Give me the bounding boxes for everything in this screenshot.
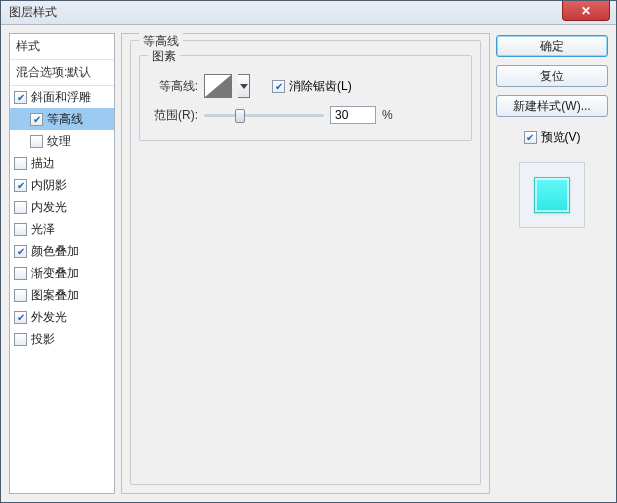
checkbox-icon[interactable]: ✔ [14,179,27,192]
preview-swatch [534,177,570,213]
checkbox-icon[interactable]: ✔ [14,91,27,104]
style-item-label: 投影 [31,331,55,348]
fieldset-elements: 图素 等高线: ✔ 消除锯齿(L) [139,55,472,141]
client-area: 样式 混合选项:默认 ✔斜面和浮雕✔等高线纹理描边✔内阴影内发光光泽✔颜色叠加渐… [1,25,616,502]
checkbox-icon[interactable] [30,135,43,148]
preview-label: 预览(V) [541,129,581,146]
range-slider[interactable] [204,114,324,117]
right-panel: 确定 复位 新建样式(W)... ✔ 预览(V) [496,33,608,494]
range-label: 范围(R): [150,107,198,124]
checkbox-icon[interactable] [14,333,27,346]
style-item-label: 光泽 [31,221,55,238]
checkbox-icon: ✔ [272,80,285,93]
contour-shape-icon [205,75,231,97]
range-input[interactable] [330,106,376,124]
ok-button[interactable]: 确定 [496,35,608,57]
main-panel: 等高线 图素 等高线: ✔ 消除锯齿(L) [121,33,490,494]
style-item[interactable]: 内发光 [10,196,114,218]
style-item[interactable]: 渐变叠加 [10,262,114,284]
contour-dropdown-button[interactable] [238,74,250,98]
style-item-label: 外发光 [31,309,67,326]
close-button[interactable]: ✕ [562,1,610,21]
style-item-label: 图案叠加 [31,287,79,304]
window-title: 图层样式 [1,4,57,21]
fieldset-elements-label: 图素 [148,48,180,65]
reset-button[interactable]: 复位 [496,65,608,87]
style-item-label: 纹理 [47,133,71,150]
close-icon: ✕ [581,4,591,18]
contour-picker[interactable] [204,74,232,98]
style-item[interactable]: ✔颜色叠加 [10,240,114,262]
range-unit: % [382,108,393,122]
fieldset-contour: 等高线 图素 等高线: ✔ 消除锯齿(L) [130,40,481,485]
title-buttons: ✕ [562,1,616,24]
checkbox-icon[interactable]: ✔ [30,113,43,126]
titlebar: 图层样式 ✕ [1,1,616,25]
styles-list: ✔斜面和浮雕✔等高线纹理描边✔内阴影内发光光泽✔颜色叠加渐变叠加图案叠加✔外发光… [10,86,114,493]
checkbox-icon[interactable]: ✔ [14,311,27,324]
preview-box [519,162,585,228]
new-style-button[interactable]: 新建样式(W)... [496,95,608,117]
style-item-label: 等高线 [47,111,83,128]
contour-row: 等高线: ✔ 消除锯齿(L) [150,74,352,98]
contour-label: 等高线: [150,78,198,95]
layer-style-dialog: 图层样式 ✕ 样式 混合选项:默认 ✔斜面和浮雕✔等高线纹理描边✔内阴影内发光光… [0,0,617,503]
blend-options-item[interactable]: 混合选项:默认 [10,60,114,86]
checkbox-icon[interactable] [14,201,27,214]
style-item-label: 内发光 [31,199,67,216]
checkbox-icon[interactable] [14,157,27,170]
preview-checkbox[interactable]: ✔ 预览(V) [496,129,608,146]
antialias-label: 消除锯齿(L) [289,78,352,95]
antialias-checkbox[interactable]: ✔ 消除锯齿(L) [272,78,352,95]
chevron-down-icon [240,84,248,89]
checkbox-icon[interactable]: ✔ [14,245,27,258]
style-item[interactable]: ✔斜面和浮雕 [10,86,114,108]
slider-thumb[interactable] [235,109,245,123]
style-item-label: 内阴影 [31,177,67,194]
style-item[interactable]: 投影 [10,328,114,350]
checkbox-icon[interactable] [14,267,27,280]
checkbox-icon: ✔ [524,131,537,144]
style-item-label: 颜色叠加 [31,243,79,260]
style-item[interactable]: ✔内阴影 [10,174,114,196]
range-row: 范围(R): % [150,106,393,124]
checkbox-icon[interactable] [14,223,27,236]
style-item[interactable]: ✔外发光 [10,306,114,328]
style-item[interactable]: 纹理 [10,130,114,152]
style-item-label: 渐变叠加 [31,265,79,282]
style-item[interactable]: 描边 [10,152,114,174]
checkbox-icon[interactable] [14,289,27,302]
styles-panel: 样式 混合选项:默认 ✔斜面和浮雕✔等高线纹理描边✔内阴影内发光光泽✔颜色叠加渐… [9,33,115,494]
style-item[interactable]: 光泽 [10,218,114,240]
style-item-label: 描边 [31,155,55,172]
style-item-label: 斜面和浮雕 [31,89,91,106]
style-item[interactable]: ✔等高线 [10,108,114,130]
style-item[interactable]: 图案叠加 [10,284,114,306]
styles-heading: 样式 [10,34,114,60]
